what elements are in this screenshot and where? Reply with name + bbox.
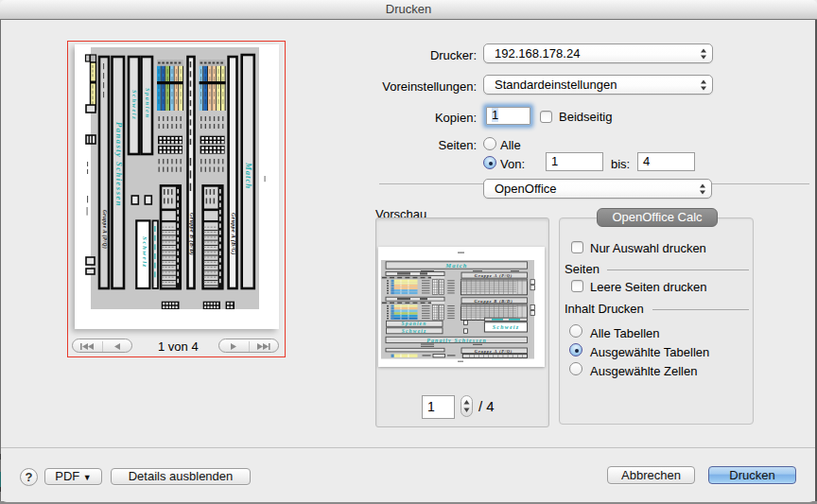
svg-text:Schweiz: Schweiz [141,236,148,269]
svg-text:Panasty Schiessen: Panasty Schiessen [114,122,124,207]
svg-text:Schweiz: Schweiz [402,328,427,334]
svg-text:Panatly Schiessen: Panatly Schiessen [426,338,487,343]
svg-text:Gruppe A (P/Q): Gruppe A (P/Q) [475,273,513,278]
svg-text:Schweiz: Schweiz [493,324,519,330]
svg-text:Match: Match [444,262,467,269]
svg-text:Gruppe B (B/D): Gruppe B (B/D) [475,299,513,304]
svg-text:Gruppe B (B/D): Gruppe B (B/D) [188,213,195,255]
svg-text:Spanien: Spanien [401,321,426,326]
svg-text:Schweiz: Schweiz [131,90,138,120]
svg-text:Spanien: Spanien [145,88,151,119]
svg-text:Match: Match [244,162,253,189]
svg-text:Gruppe A (P/Q): Gruppe A (P/Q) [475,349,513,354]
svg-text:Gruppe A (B/G): Gruppe A (B/G) [230,213,236,255]
svg-text:Gruppe A (P/Q): Gruppe A (P/Q) [101,210,108,249]
